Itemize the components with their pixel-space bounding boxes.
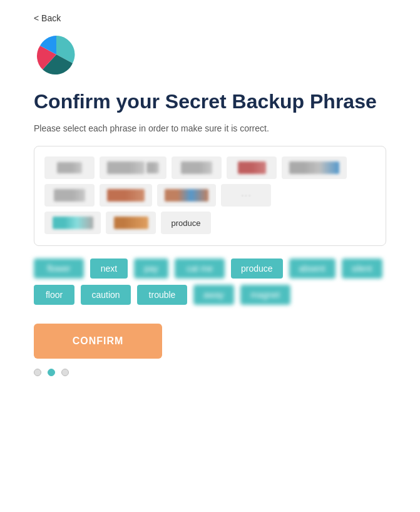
word-chip-floor[interactable]: floor xyxy=(34,285,74,305)
phrase-slot-11 xyxy=(106,212,156,234)
phrase-slot-5 xyxy=(282,156,347,179)
logo xyxy=(34,32,79,77)
page-title: Confirm your Secret Backup Phrase xyxy=(34,90,386,113)
phrase-slot-3 xyxy=(172,156,222,179)
phrase-slot-12: produce xyxy=(161,212,211,234)
confirm-button[interactable]: CONFIRM xyxy=(34,324,162,359)
phrase-slot-1 xyxy=(44,156,95,179)
words-grid: flower next pay cat me produce absent si… xyxy=(34,259,386,305)
phrase-slot-12-text: produce xyxy=(172,218,201,228)
phrase-slot-6 xyxy=(44,184,95,207)
word-chip-blurred2[interactable]: silent xyxy=(342,259,382,279)
dot-3 xyxy=(61,369,69,376)
word-chip-pay[interactable]: pay xyxy=(134,259,168,279)
back-label: < Back xyxy=(34,13,61,23)
phrase-slot-4 xyxy=(227,156,277,179)
word-chip-produce[interactable]: produce xyxy=(231,259,283,279)
word-chip-flower[interactable]: flower xyxy=(34,259,84,279)
dot-1 xyxy=(34,369,41,376)
phrase-slot-10 xyxy=(44,212,101,234)
pagination-dots xyxy=(34,369,386,376)
phrase-slot-9: · · · xyxy=(221,184,271,207)
word-chip-caution[interactable]: caution xyxy=(81,285,131,305)
page-subtitle: Please select each phrase in order to ma… xyxy=(34,123,386,133)
phrase-slot-7 xyxy=(100,184,152,207)
dot-2 xyxy=(48,369,55,376)
word-chip-blurred1[interactable]: absent xyxy=(289,259,335,279)
back-link[interactable]: < Back xyxy=(34,13,61,23)
word-chip-trouble[interactable]: trouble xyxy=(137,285,187,305)
word-chip-catme[interactable]: cat me xyxy=(175,259,225,279)
word-chip-next[interactable]: next xyxy=(90,259,128,279)
word-chip-magnet[interactable]: magnet xyxy=(240,285,290,305)
phrase-slot-8 xyxy=(157,184,216,207)
phrase-slot-2 xyxy=(100,156,166,179)
word-chip-blurred3[interactable]: away xyxy=(193,285,234,305)
phrase-box: · · · produce xyxy=(34,146,386,246)
